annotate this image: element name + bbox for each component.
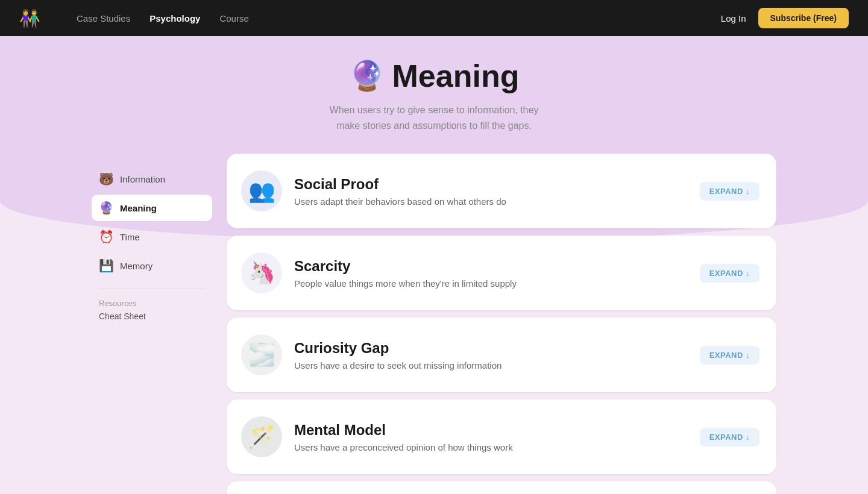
sidebar-item-meaning[interactable]: 🔮 Meaning <box>92 195 212 221</box>
mental-model-icon: 🪄 <box>241 416 282 457</box>
curiosity-gap-body: Curiosity Gap Users have a desire to see… <box>294 340 688 370</box>
sidebar-item-information-label: Information <box>120 174 165 184</box>
sidebar-cheat-sheet-link[interactable]: Cheat Sheet <box>92 309 212 324</box>
hero-subtitle-line1: When users try to give sense to informat… <box>330 105 539 115</box>
mental-model-body: Mental Model Users have a preconceived o… <box>294 422 688 452</box>
card-social-proof: 👥 Social Proof Users adapt their behavio… <box>227 154 776 228</box>
navbar: 👫 Case Studies Psychology Course Log In … <box>0 0 868 36</box>
card-mental-model: 🪄 Mental Model Users have a preconceived… <box>227 399 776 474</box>
mental-model-desc: Users have a preconceived opinion of how… <box>294 442 688 452</box>
mental-model-title: Mental Model <box>294 422 688 439</box>
sidebar: 🐻 Information 🔮 Meaning ⏰ Time 💾 Memory … <box>92 154 212 494</box>
social-proof-icon: 👥 <box>241 170 282 211</box>
scarcity-body: Scarcity People value things more when t… <box>294 258 688 289</box>
social-proof-title: Social Proof <box>294 176 688 193</box>
nav-course[interactable]: Course <box>219 13 248 23</box>
sidebar-item-meaning-label: Meaning <box>120 203 157 213</box>
scarcity-title: Scarcity <box>294 258 688 275</box>
curiosity-gap-title: Curiosity Gap <box>294 340 688 357</box>
scarcity-icon: 🦄 <box>241 252 282 293</box>
sidebar-item-time-label: Time <box>120 232 140 242</box>
page-wrapper: 🔮 Meaning When users try to give sense t… <box>0 36 868 494</box>
sidebar-item-memory-label: Memory <box>120 261 153 271</box>
sidebar-resources-label: Resources <box>92 296 212 309</box>
navbar-right: Log In Subscribe (Free) <box>721 8 849 28</box>
scarcity-desc: People value things more when they're in… <box>294 278 688 289</box>
information-icon: 🐻 <box>99 172 114 186</box>
nav-links: Case Studies Psychology Course <box>77 13 697 23</box>
sidebar-item-memory[interactable]: 💾 Memory <box>92 252 212 279</box>
cards-area: 👥 Social Proof Users adapt their behavio… <box>227 154 776 494</box>
hero-title-text: Meaning <box>392 58 520 94</box>
hero-subtitle-line2: make stories and assumptions to fill the… <box>336 120 532 131</box>
sidebar-item-information[interactable]: 🐻 Information <box>92 166 212 192</box>
card-curiosity-gap: 🌫️ Curiosity Gap Users have a desire to … <box>227 317 776 392</box>
hero-title: 🔮 Meaning <box>0 58 868 94</box>
hero-subtitle: When users try to give sense to informat… <box>289 102 579 133</box>
hero-section: 🔮 Meaning When users try to give sense t… <box>0 36 868 139</box>
social-proof-expand-button[interactable]: EXPAND ↓ <box>700 182 760 201</box>
hero-emoji: 🔮 <box>349 59 385 93</box>
nav-psychology[interactable]: Psychology <box>149 13 200 23</box>
social-proof-desc: Users adapt their behaviors based on wha… <box>294 196 688 207</box>
meaning-icon: 🔮 <box>99 201 114 215</box>
sidebar-divider <box>99 289 205 289</box>
subscribe-button[interactable]: Subscribe (Free) <box>758 8 849 28</box>
memory-icon: 💾 <box>99 258 114 273</box>
social-proof-body: Social Proof Users adapt their behaviors… <box>294 176 688 207</box>
card-familiarity-bias: 👯 Familiarity Bias People prefer familia… <box>227 481 776 494</box>
main-layout: 🐻 Information 🔮 Meaning ⏰ Time 💾 Memory … <box>72 139 796 494</box>
logo[interactable]: 👫 <box>19 8 40 28</box>
sidebar-item-time[interactable]: ⏰ Time <box>92 224 212 250</box>
time-icon: ⏰ <box>99 230 114 244</box>
login-button[interactable]: Log In <box>721 13 746 23</box>
mental-model-expand-button[interactable]: EXPAND ↓ <box>700 428 760 446</box>
curiosity-gap-desc: Users have a desire to seek out missing … <box>294 360 688 370</box>
logo-icon: 👫 <box>19 8 40 28</box>
card-scarcity: 🦄 Scarcity People value things more when… <box>227 236 776 310</box>
nav-case-studies[interactable]: Case Studies <box>77 13 130 23</box>
curiosity-gap-icon: 🌫️ <box>241 334 282 375</box>
curiosity-gap-expand-button[interactable]: EXPAND ↓ <box>700 346 760 364</box>
scarcity-expand-button[interactable]: EXPAND ↓ <box>700 264 760 283</box>
